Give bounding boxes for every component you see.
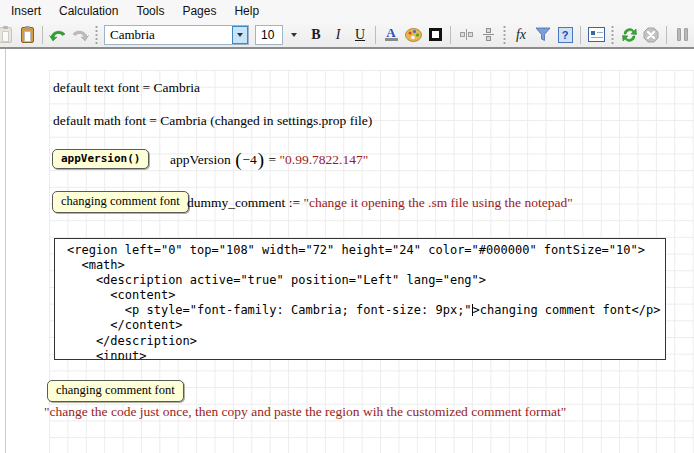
code-line: </description> bbox=[67, 334, 665, 349]
font-name-combobox[interactable]: Cambria bbox=[104, 25, 249, 45]
code-line: <region left="0" top="108" width="72" he… bbox=[67, 243, 665, 258]
toolbar-separator bbox=[450, 26, 451, 44]
menu-insert[interactable]: Insert bbox=[2, 1, 50, 21]
toolbar-grip bbox=[611, 25, 614, 45]
toolbar-grip bbox=[503, 25, 506, 45]
recalculate-button[interactable] bbox=[618, 24, 640, 46]
math-region-dummy-comment[interactable]: dummy_comment := "change it opening the … bbox=[187, 193, 573, 213]
options-form-icon bbox=[588, 27, 605, 42]
filter-button[interactable] bbox=[532, 24, 554, 46]
font-size-combobox[interactable]: 10 bbox=[255, 25, 283, 45]
menu-bar: Insert Calculation Tools Pages Help bbox=[0, 0, 694, 22]
underline-button[interactable]: U bbox=[349, 24, 371, 46]
stop-x-icon bbox=[643, 27, 659, 43]
toolbar-grip bbox=[95, 25, 98, 45]
menu-tools[interactable]: Tools bbox=[127, 1, 173, 21]
bottom-note-string[interactable]: "change the code just once, then copy an… bbox=[44, 404, 566, 420]
code-line: <description active="true" position="Lef… bbox=[67, 273, 665, 288]
clipboard-paste-icon bbox=[21, 27, 34, 43]
math-value-string: "change it opening the .sm file using th… bbox=[303, 195, 572, 211]
options-dialog-button[interactable] bbox=[585, 24, 607, 46]
copy-button[interactable] bbox=[0, 24, 16, 46]
right-paren: ) bbox=[257, 153, 265, 166]
math-func-name: appVersion bbox=[170, 152, 231, 168]
text-region-default-math-font[interactable]: default math font = Cambria (changed in … bbox=[53, 113, 372, 129]
toolbar-separator bbox=[580, 26, 581, 44]
font-color-icon: A bbox=[385, 28, 398, 41]
collapsed-region-appversion-button[interactable]: appVersion() bbox=[52, 149, 149, 169]
menu-help[interactable]: Help bbox=[225, 1, 268, 21]
code-line: <input> bbox=[67, 349, 665, 360]
paste-button[interactable] bbox=[16, 24, 38, 46]
chevron-down-icon bbox=[237, 33, 243, 37]
clipboard-copy-icon bbox=[0, 27, 12, 43]
toolbar-separator bbox=[666, 26, 667, 44]
question-mark-icon: ? bbox=[558, 27, 573, 43]
align-vertical-icon bbox=[483, 28, 494, 41]
italic-icon: I bbox=[336, 27, 341, 43]
font-size-value: 10 bbox=[261, 28, 274, 42]
undo-arrow-icon bbox=[49, 28, 67, 42]
palette-icon bbox=[405, 27, 422, 42]
font-size-dropdown-button[interactable] bbox=[283, 25, 305, 45]
math-arg: −4 bbox=[242, 152, 256, 168]
font-name-dropdown-button[interactable] bbox=[232, 26, 248, 44]
insert-function-button[interactable]: fx bbox=[510, 24, 532, 46]
collapsed-region-comment-font-button[interactable]: changing comment font bbox=[52, 191, 189, 213]
border-button[interactable] bbox=[424, 24, 446, 46]
pause-icon bbox=[677, 28, 688, 41]
math-var-name: dummy_comment bbox=[187, 195, 285, 211]
toolbar-separator bbox=[42, 26, 43, 44]
code-text-region[interactable]: <region left="0" top="108" width="72" he… bbox=[54, 238, 666, 360]
code-line: <content> bbox=[67, 288, 665, 303]
redo-button[interactable] bbox=[69, 24, 91, 46]
text-region-default-text-font[interactable]: default text font = Cambria bbox=[53, 80, 200, 96]
toolbar: Cambria 10 B I U A bbox=[0, 22, 694, 49]
underline-icon: U bbox=[355, 27, 365, 43]
italic-button[interactable]: I bbox=[327, 24, 349, 46]
function-fx-icon: fx bbox=[516, 27, 526, 43]
align-horizontal-icon bbox=[460, 29, 473, 40]
font-name-value: Cambria bbox=[110, 27, 155, 43]
stop-button[interactable] bbox=[640, 24, 662, 46]
collapsed-region-comment-font-button-2[interactable]: changing comment font bbox=[47, 380, 184, 402]
undo-button[interactable] bbox=[47, 24, 69, 46]
font-color-button[interactable]: A bbox=[380, 24, 402, 46]
math-region-appversion[interactable]: appVersion ( −4 ) = "0.99.7822.147" bbox=[170, 149, 368, 171]
worksheet-canvas[interactable]: default text font = Cambria default math… bbox=[0, 49, 694, 453]
chevron-down-icon bbox=[291, 33, 297, 37]
funnel-filter-icon bbox=[535, 27, 551, 42]
refresh-icon bbox=[621, 27, 638, 43]
code-line: <math> bbox=[67, 258, 665, 273]
code-line: </content> bbox=[67, 318, 665, 333]
bold-button[interactable]: B bbox=[305, 24, 327, 46]
code-line-with-caret: <p style="font-family: Cambria; font-siz… bbox=[67, 303, 665, 318]
bold-icon: B bbox=[311, 27, 320, 43]
menu-calculation[interactable]: Calculation bbox=[50, 1, 127, 21]
help-reference-button[interactable]: ? bbox=[554, 24, 576, 46]
menu-pages[interactable]: Pages bbox=[173, 1, 225, 21]
equals-sign: = bbox=[269, 152, 277, 168]
align-horizontal-button[interactable] bbox=[455, 24, 477, 46]
pause-button[interactable] bbox=[671, 24, 693, 46]
background-color-button[interactable] bbox=[402, 24, 424, 46]
toolbar-separator bbox=[375, 26, 376, 44]
page-margin-line bbox=[5, 49, 6, 453]
border-square-icon bbox=[429, 28, 442, 41]
align-vertical-button[interactable] bbox=[477, 24, 499, 46]
assign-operator: := bbox=[289, 195, 300, 211]
redo-arrow-icon bbox=[71, 28, 89, 42]
left-paren: ( bbox=[234, 153, 242, 166]
math-result-string: "0.99.7822.147" bbox=[280, 152, 369, 168]
